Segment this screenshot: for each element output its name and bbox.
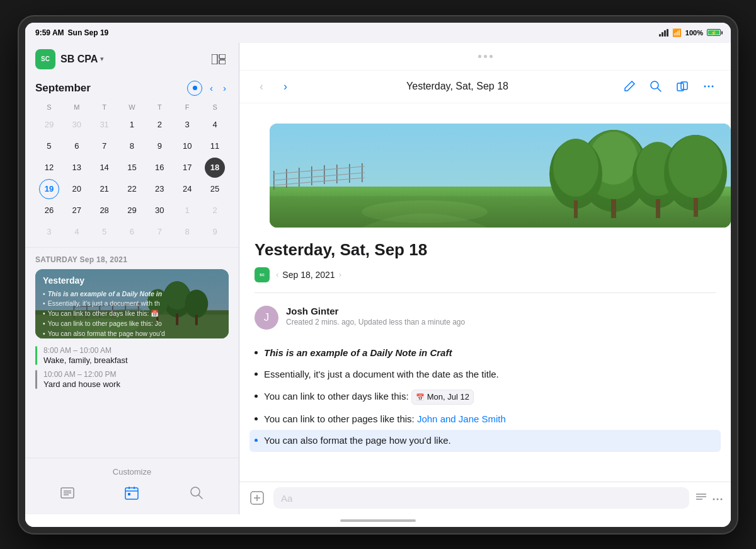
calendar-day[interactable]: 4 [67, 222, 87, 242]
more-input-options-button[interactable] [712, 492, 723, 504]
calendar-day[interactable]: 8 [177, 222, 197, 242]
svg-point-39 [712, 86, 714, 88]
svg-rect-42 [270, 196, 731, 228]
doc-toolbar: ‹ › Yesterday, Sat, Sep 18 [239, 71, 731, 103]
calendar-day[interactable]: 14 [94, 158, 115, 178]
calendar-day[interactable]: 6 [67, 136, 87, 156]
calendar-day[interactable]: 22 [122, 179, 142, 199]
day-note-items: • This is an example of a Daily Note in … [43, 289, 221, 338]
doc-nav-back-button[interactable]: ‹ [252, 77, 271, 96]
day-note-card[interactable]: Yesterday • This is an example of a Dail… [35, 269, 229, 338]
calendar-day[interactable]: 3 [39, 222, 59, 242]
calendar-day[interactable]: 2 [205, 200, 225, 221]
status-date: Sun Sep 19 [68, 28, 109, 37]
calendar-day[interactable]: 17 [177, 158, 197, 178]
page-link[interactable]: John and Jane Smith [417, 413, 506, 424]
sidebar-tab-calendar[interactable] [118, 482, 146, 504]
calendar-day[interactable]: 30 [149, 200, 169, 221]
bullet-dot [255, 395, 258, 398]
calendar-today-button[interactable] [187, 81, 202, 96]
sidebar-tab-notes[interactable] [54, 482, 81, 504]
input-placeholder: Aa [281, 493, 292, 504]
app-container: SC SB CPA ▾ Se [25, 43, 731, 514]
main-top-bar [239, 43, 731, 71]
doc-navigation: ‹ › [252, 77, 295, 96]
calendar-day[interactable]: 15 [122, 158, 142, 178]
compose-button[interactable] [620, 77, 639, 96]
svg-point-76 [721, 499, 723, 500]
calendar-prev-button[interactable]: ‹ [207, 81, 215, 95]
calendar-day[interactable]: 30 [67, 115, 87, 135]
calendar-day[interactable]: 9 [205, 222, 225, 242]
event-color-indicator [35, 370, 37, 389]
calendar-day[interactable]: 25 [205, 179, 225, 199]
calendar-day[interactable]: 5 [39, 136, 59, 156]
calendar-day[interactable]: 1 [177, 200, 197, 221]
calendar-week: 5 6 7 8 9 10 11 [35, 136, 229, 156]
customize-button[interactable]: Customize [25, 463, 239, 479]
calendar-day[interactable]: 11 [205, 136, 225, 156]
date-next-button[interactable]: › [339, 270, 341, 279]
calendar-day-today[interactable]: 19 [39, 179, 59, 199]
calendar-day[interactable]: 4 [205, 115, 225, 135]
share-button[interactable] [673, 77, 692, 96]
calendar-day[interactable]: 28 [94, 200, 115, 221]
schedule-event[interactable]: 8:00 AM – 10:00 AM Wake, family, breakfa… [35, 346, 229, 365]
more-options-button[interactable] [699, 77, 718, 96]
event-time: 10:00 AM – 12:00 PM [43, 370, 120, 379]
svg-rect-52 [656, 199, 660, 218]
calendar-day[interactable]: 5 [94, 222, 115, 242]
calendar-day[interactable]: 13 [67, 158, 87, 178]
signal-bars [659, 29, 668, 37]
calendar-day[interactable]: 31 [94, 115, 115, 135]
calendar-next-button[interactable]: › [220, 81, 229, 95]
text-format-button[interactable] [696, 492, 707, 504]
text-input-field[interactable]: Aa [273, 487, 689, 509]
author-avatar: J [255, 306, 278, 330]
layout-toggle-button[interactable] [209, 49, 229, 69]
svg-point-38 [708, 86, 710, 88]
calendar-day[interactable]: 20 [67, 179, 87, 199]
calendar-day[interactable]: 29 [39, 115, 59, 135]
author-name: Josh Ginter [286, 306, 465, 316]
calendar-day[interactable]: 8 [122, 136, 142, 156]
svg-rect-2 [219, 60, 226, 64]
schedule-event[interactable]: 10:00 AM – 12:00 PM Yard and house work [35, 370, 229, 389]
drag-handle [478, 55, 493, 58]
calendar-day[interactable]: 16 [149, 158, 169, 178]
date-prev-button[interactable]: ‹ [276, 270, 278, 279]
calendar-day[interactable]: 3 [177, 115, 197, 135]
sidebar-tab-search[interactable] [183, 482, 210, 504]
calendar-day[interactable]: 12 [39, 158, 59, 178]
workspace-selector[interactable]: SC SB CPA ▾ [35, 49, 104, 69]
calendar-day[interactable]: 2 [149, 115, 169, 135]
search-button[interactable] [646, 77, 665, 96]
calendar-day[interactable]: 10 [177, 136, 197, 156]
calendar-day[interactable]: 1 [122, 115, 142, 135]
calendar-day-selected[interactable]: 18 [205, 158, 225, 178]
day-note-title: Yesterday [43, 275, 221, 286]
add-content-button[interactable] [247, 488, 267, 508]
event-title: Wake, family, breakfast [43, 355, 128, 365]
calendar-day[interactable]: 24 [177, 179, 197, 199]
calendar-day[interactable]: 9 [149, 136, 169, 156]
schedule-section: SATURDAY Sep 18, 2021 [25, 247, 239, 394]
calendar-day[interactable]: 7 [94, 136, 115, 156]
doc-meta: sc ‹ Sep 18, 2021 › [255, 267, 716, 293]
calendar-day[interactable]: 27 [67, 200, 87, 221]
svg-point-74 [713, 499, 715, 500]
calendar-day[interactable]: 23 [149, 179, 169, 199]
hero-image [270, 124, 731, 228]
svg-rect-30 [128, 493, 130, 495]
calendar-day[interactable]: 29 [122, 200, 142, 221]
doc-bullets: This is an example of a Daily Note in Cr… [255, 342, 716, 452]
calendar-day[interactable]: 26 [39, 200, 59, 221]
date-chip[interactable]: 📅 Mon, Jul 12 [411, 390, 474, 405]
svg-rect-46 [611, 199, 616, 218]
calendar-month: September [35, 82, 91, 95]
doc-nav-forward-button[interactable]: › [276, 77, 295, 96]
svg-rect-58 [299, 168, 300, 187]
calendar-day[interactable]: 21 [94, 179, 115, 199]
calendar-day[interactable]: 7 [149, 222, 169, 242]
calendar-day[interactable]: 6 [122, 222, 142, 242]
